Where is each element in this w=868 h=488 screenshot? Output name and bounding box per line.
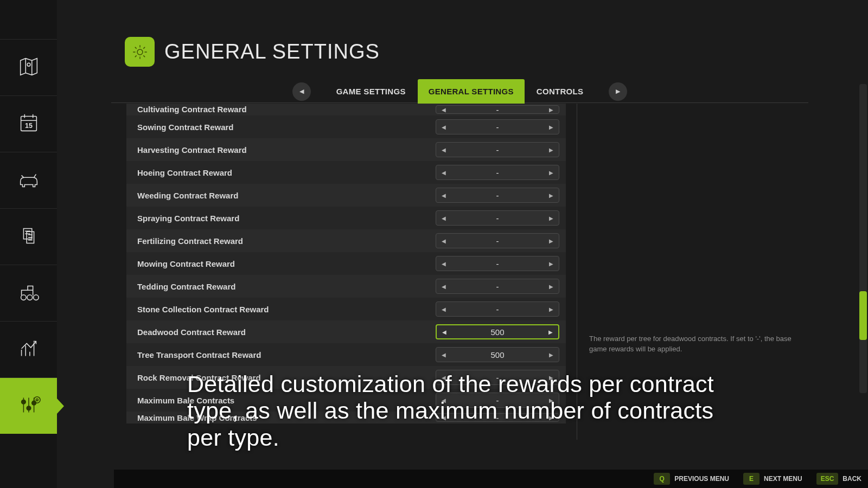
stepper-value: - (451, 191, 544, 200)
map-icon (16, 54, 41, 81)
setting-row[interactable]: Weeding Contract Reward◀-▶ (126, 184, 566, 207)
calendar-icon: 15 (16, 111, 41, 138)
animals-icon (16, 167, 41, 194)
setting-label: Stone Collection Contract Reward (137, 305, 436, 314)
key-e-label: NEXT MENU (764, 475, 802, 483)
tab-game-settings[interactable]: GAME SETTINGS (326, 79, 417, 104)
stepper-prev[interactable]: ◀ (437, 329, 452, 335)
stepper-next[interactable]: ▶ (544, 352, 559, 358)
settings-icon (16, 393, 41, 420)
tab-prev-button[interactable]: ◀ (292, 82, 311, 101)
stepper-next[interactable]: ▶ (544, 261, 559, 267)
stepper-next[interactable]: ▶ (544, 284, 559, 290)
stepper-prev[interactable]: ◀ (436, 238, 451, 244)
svg-point-11 (137, 49, 143, 55)
setting-label: Tedding Contract Reward (137, 282, 436, 291)
stepper-value: 500 (451, 350, 544, 359)
stepper-value: 500 (452, 328, 543, 337)
stepper-next[interactable]: ▶ (544, 215, 559, 221)
value-stepper[interactable]: ◀-▶ (436, 105, 559, 114)
key-esc-label: BACK (843, 475, 861, 483)
setting-label: Mowing Contract Reward (137, 259, 436, 268)
setting-row[interactable]: Tedding Contract Reward◀-▶ (126, 275, 566, 298)
key-q-label: PREVIOUS MENU (674, 475, 729, 483)
stepper-prev[interactable]: ◀ (436, 306, 451, 312)
stepper-value: - (451, 214, 544, 223)
sidebar-item-contracts[interactable] (0, 208, 57, 265)
statistics-icon (16, 336, 41, 363)
key-q: Q (654, 473, 670, 485)
stepper-prev[interactable]: ◀ (436, 170, 451, 176)
setting-row[interactable]: Deadwood Contract Reward◀500▶ (126, 320, 566, 343)
stepper-value: - (451, 282, 544, 291)
stepper-value: - (451, 259, 544, 268)
svg-point-6 (21, 400, 25, 404)
stepper-next[interactable]: ▶ (543, 329, 558, 335)
sidebar-item-animals[interactable] (0, 152, 57, 208)
vehicles-icon (16, 280, 41, 307)
stepper-prev[interactable]: ◀ (436, 124, 451, 130)
stepper-prev[interactable]: ◀ (436, 261, 451, 267)
stepper-next[interactable]: ▶ (544, 306, 559, 312)
value-stepper[interactable]: ◀500▶ (436, 347, 559, 362)
stepper-value: - (451, 145, 544, 155)
setting-label: Spraying Contract Reward (137, 214, 436, 223)
stepper-prev[interactable]: ◀ (436, 352, 451, 358)
stepper-prev[interactable]: ◀ (436, 107, 451, 113)
value-stepper[interactable]: ◀-▶ (436, 301, 559, 317)
value-stepper[interactable]: ◀-▶ (436, 142, 559, 157)
value-stepper[interactable]: ◀-▶ (436, 119, 559, 134)
tab-next-button[interactable]: ▶ (609, 82, 627, 101)
setting-row[interactable]: Fertilizing Contract Reward◀-▶ (126, 229, 566, 252)
setting-row[interactable]: Hoeing Contract Reward◀-▶ (126, 161, 566, 184)
stepper-next[interactable]: ▶ (544, 107, 559, 113)
stepper-prev[interactable]: ◀ (436, 215, 451, 221)
stepper-value: - (451, 123, 544, 132)
setting-row[interactable]: Cultivating Contract Reward◀-▶ (126, 104, 566, 115)
stepper-value: - (451, 305, 544, 314)
stepper-prev[interactable]: ◀ (436, 284, 451, 290)
setting-row[interactable]: Spraying Contract Reward◀-▶ (126, 207, 566, 229)
setting-row[interactable]: Tree Transport Contract Reward◀500▶ (126, 343, 566, 366)
sidebar-item-statistics[interactable] (0, 321, 57, 377)
setting-label: Fertilizing Contract Reward (137, 236, 436, 246)
svg-point-4 (27, 294, 33, 300)
value-stepper[interactable]: ◀-▶ (436, 210, 559, 226)
sidebar-item-settings[interactable] (0, 377, 57, 434)
svg-point-10 (36, 399, 38, 401)
scrollbar-thumb[interactable] (859, 291, 867, 340)
setting-row[interactable]: Mowing Contract Reward◀-▶ (126, 252, 566, 275)
svg-point-0 (27, 63, 30, 66)
value-stepper[interactable]: ◀-▶ (436, 165, 559, 180)
tabs-row: ◀ GAME SETTINGS GENERAL SETTINGS CONTROL… (111, 80, 808, 103)
stepper-next[interactable]: ▶ (544, 147, 559, 153)
value-stepper[interactable]: ◀-▶ (436, 233, 559, 248)
setting-label: Sowing Contract Reward (137, 123, 436, 132)
scrollbar-track[interactable] (859, 84, 867, 393)
stepper-next[interactable]: ▶ (544, 192, 559, 198)
value-stepper[interactable]: ◀-▶ (436, 256, 559, 271)
stepper-value: - (451, 236, 544, 246)
svg-point-9 (34, 396, 40, 403)
sidebar-item-calendar[interactable]: 15 (0, 95, 57, 152)
stepper-next[interactable]: ▶ (544, 238, 559, 244)
setting-description: The reward per tree for deadwood contrac… (577, 334, 803, 355)
value-stepper[interactable]: ◀500▶ (436, 324, 559, 339)
sidebar-item-vehicles[interactable] (0, 265, 57, 321)
setting-row[interactable]: Sowing Contract Reward◀-▶ (126, 115, 566, 138)
value-stepper[interactable]: ◀-▶ (436, 279, 559, 294)
setting-row[interactable]: Stone Collection Contract Reward◀-▶ (126, 298, 566, 320)
stepper-next[interactable]: ▶ (544, 170, 559, 176)
stepper-value: - (451, 105, 544, 114)
stepper-prev[interactable]: ◀ (436, 192, 451, 198)
stepper-next[interactable]: ▶ (544, 124, 559, 130)
page-title: GENERAL SETTINGS (164, 40, 380, 63)
caption-overlay: Detailed customization of the rewards pe… (187, 371, 749, 451)
sidebar-item-map[interactable] (0, 39, 57, 95)
tab-controls[interactable]: CONTROLS (526, 79, 595, 104)
value-stepper[interactable]: ◀-▶ (436, 188, 559, 203)
setting-label: Weeding Contract Reward (137, 191, 436, 200)
tab-general-settings[interactable]: GENERAL SETTINGS (418, 79, 525, 104)
setting-row[interactable]: Harvesting Contract Reward◀-▶ (126, 138, 566, 161)
stepper-prev[interactable]: ◀ (436, 147, 451, 153)
